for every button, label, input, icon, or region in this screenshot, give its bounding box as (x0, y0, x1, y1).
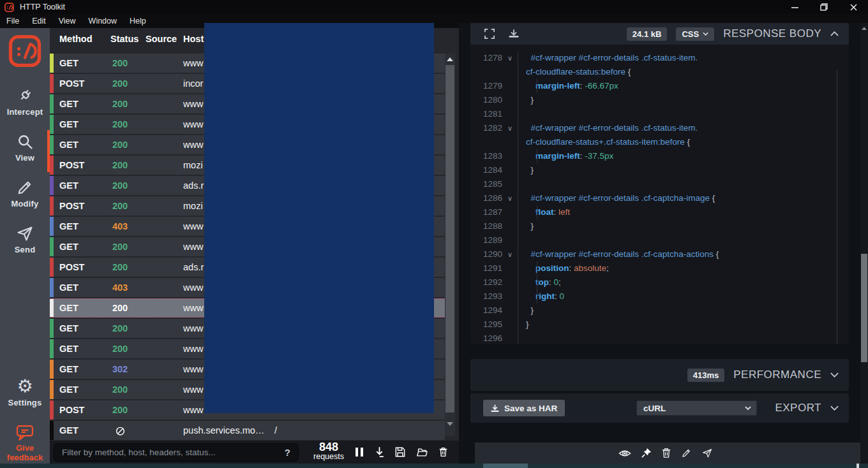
table-row[interactable]: GETpush.services.mo…/ (50, 421, 445, 440)
col-method[interactable]: Method (59, 34, 93, 44)
request-actions-bar (475, 442, 860, 464)
pin-icon[interactable] (641, 448, 652, 458)
help-icon[interactable]: ? (285, 447, 290, 458)
cell-status: 200 (100, 262, 140, 272)
code-text: } (518, 219, 849, 233)
line-number (470, 65, 502, 79)
pause-icon[interactable] (355, 447, 364, 457)
firefox-icon (155, 283, 165, 293)
col-host[interactable]: Host (183, 34, 204, 44)
code-text (518, 233, 849, 247)
cell-method: POST (59, 405, 84, 415)
line-number: 1284 (470, 163, 502, 177)
fold-chevron-icon[interactable]: ∨ (502, 191, 518, 205)
chevron-down-icon[interactable] (830, 406, 839, 411)
fold-chevron-icon[interactable]: ∨ (502, 121, 518, 135)
content-type-select[interactable]: CSS (676, 27, 714, 41)
chevron-down-icon[interactable] (830, 372, 839, 377)
scrollbar-thumb[interactable] (861, 254, 867, 362)
cell-host: www (183, 221, 203, 231)
filter-placeholder: Filter by method, host, headers, status.… (62, 448, 216, 457)
cell-status: 200 (100, 303, 140, 313)
export-format-select[interactable]: cURL (636, 400, 757, 416)
row-category-stripe (50, 237, 54, 256)
fold-gutter (502, 93, 518, 107)
folder-open-icon[interactable] (416, 448, 428, 457)
scrollbar-thumb[interactable] (483, 464, 528, 468)
code-line: 1292 top: 0; (470, 275, 849, 289)
jump-to-end-icon[interactable] (375, 447, 384, 458)
sidebar-item-modify[interactable]: Modify (0, 179, 50, 219)
code-line: 1283 margin-left: -37.5px (470, 149, 849, 163)
scroll-up-arrow[interactable] (862, 27, 867, 30)
scrollbar-thumb[interactable] (445, 65, 454, 413)
title-bar: HTTP Toolkit (0, 0, 868, 14)
horizontal-scrollbar[interactable] (0, 464, 868, 468)
cell-host: mozi (183, 160, 203, 170)
cell-method: GET (59, 180, 79, 191)
cell-method: GET (59, 282, 79, 293)
search-icon (16, 133, 34, 150)
sidebar-item-settings[interactable]: ⚙ Settings (0, 377, 50, 418)
trash-icon[interactable] (438, 447, 448, 457)
filter-input[interactable]: Filter by method, host, headers, status.… (54, 443, 299, 462)
request-count-number: 848 (310, 441, 347, 453)
row-category-stripe (50, 400, 54, 420)
cell-method: GET (59, 242, 79, 252)
menu-edit[interactable]: Edit (26, 14, 52, 28)
line-number: 1281 (470, 107, 502, 121)
send-icon[interactable] (701, 448, 713, 458)
code-text: #cf-wrapper #cf-error-details .cf-captch… (518, 247, 849, 261)
export-title: EXPORT (775, 402, 821, 414)
col-status[interactable]: Status (110, 34, 138, 44)
menu-window[interactable]: Window (82, 14, 123, 28)
code-text: top: 0; (518, 275, 849, 289)
gear-icon: ⚙ (17, 377, 33, 395)
eye-icon[interactable] (618, 448, 631, 458)
close-button[interactable] (839, 0, 868, 14)
cell-status: 200 (100, 140, 140, 150)
save-icon[interactable] (395, 447, 405, 457)
minimize-button[interactable] (780, 0, 809, 14)
size-badge: 24.1 kB (627, 27, 668, 41)
menu-view[interactable]: View (52, 14, 82, 28)
trash-icon[interactable] (661, 448, 671, 458)
sidebar-item-view[interactable]: View (0, 133, 50, 173)
give-feedback-button[interactable]: Givefeedback (0, 425, 50, 462)
code-line: cf-cloudflare-status:before { (470, 65, 849, 79)
col-source[interactable]: Source (146, 34, 177, 44)
sidebar-item-send[interactable]: Send (0, 224, 50, 265)
code-lines: 1278∨ #cf-wrapper #cf-error-details .cf-… (470, 51, 849, 344)
menu-help[interactable]: Help (123, 14, 153, 28)
chevron-up-icon[interactable] (830, 31, 839, 36)
cell-host: www (183, 384, 203, 395)
code-editor[interactable]: 1278∨ #cf-wrapper #cf-error-details .cf-… (470, 45, 849, 344)
app-logo-icon (4, 3, 14, 12)
cell-status: 200 (100, 323, 140, 333)
row-category-stripe (50, 299, 54, 317)
fold-chevron-icon[interactable]: ∨ (502, 247, 518, 261)
cell-host: www (183, 405, 203, 415)
sidebar-item-intercept[interactable]: Intercept (0, 87, 50, 128)
fold-gutter (502, 289, 518, 303)
menu-file[interactable]: File (0, 14, 26, 28)
code-text: cf-cloudflare-status+.cf-status-item:bef… (518, 135, 849, 149)
download-icon[interactable] (509, 29, 519, 39)
firefox-icon (155, 242, 165, 252)
sidebar-item-label: Settings (8, 398, 42, 407)
cell-status: 200 (100, 180, 140, 191)
cell-host: ads.r (183, 180, 204, 191)
firefox-icon (155, 324, 165, 333)
scroll-up-arrow[interactable] (447, 57, 453, 61)
save-as-har-button[interactable]: Save as HAR (483, 400, 565, 416)
sidebar-item-label: Send (15, 245, 36, 254)
table-scrollbar[interactable] (445, 54, 455, 436)
cell-method: GET (59, 344, 79, 354)
pencil-icon[interactable] (681, 448, 692, 458)
restore-button[interactable] (809, 0, 839, 14)
expand-icon[interactable] (484, 29, 495, 39)
fold-chevron-icon[interactable]: ∨ (502, 51, 518, 65)
scroll-down-arrow[interactable] (447, 422, 453, 426)
code-text: cf-cloudflare-status:before { (518, 65, 849, 79)
page-scrollbar[interactable] (860, 23, 868, 464)
